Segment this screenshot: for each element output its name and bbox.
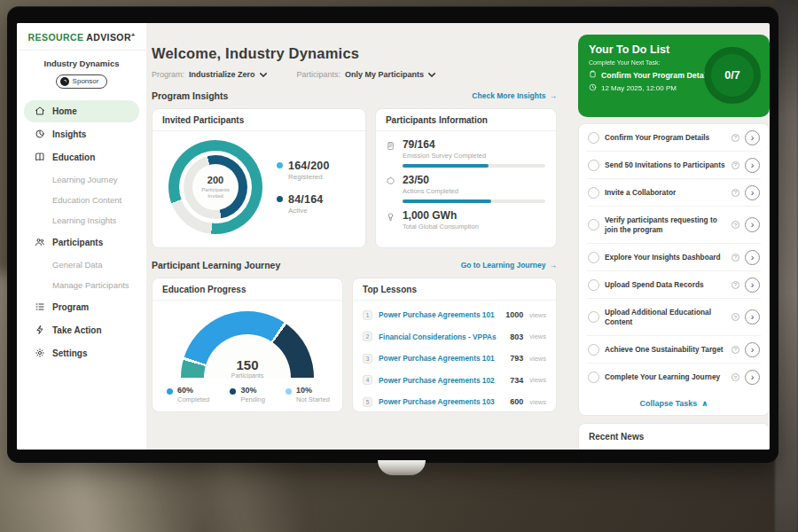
app-logo: RESOURCE ADVISOR+: [17, 31, 146, 51]
sidebar-item-take-action[interactable]: Take Action: [24, 319, 139, 341]
chevron-right-button[interactable]: ›: [745, 370, 760, 385]
todo-column: Your To Do List Complete Your Next Task:…: [560, 23, 770, 450]
sidebar-item-manage-participants[interactable]: Manage Participants: [24, 275, 139, 295]
legend-dot: [277, 162, 283, 168]
task-checkbox[interactable]: [588, 279, 599, 291]
program-insights-header: Program Insights Check More Insights →: [152, 90, 557, 101]
sidebar-nav: Home Insights Education Learning Journey…: [17, 98, 146, 367]
legend-dot: [230, 388, 236, 395]
help-icon[interactable]: ?: [732, 221, 739, 229]
sidebar-item-education-content[interactable]: Education Content: [24, 190, 139, 210]
main-content: Welcome, Industry Dynamics Program: Indu…: [146, 23, 560, 450]
task-checkbox[interactable]: [588, 132, 599, 144]
help-icon[interactable]: ?: [732, 313, 739, 321]
sidebar-item-program[interactable]: Program: [24, 296, 139, 318]
task-checkbox[interactable]: [588, 187, 599, 199]
sidebar: RESOURCE ADVISOR+ Industry Dynamics Spon…: [17, 23, 146, 450]
section-title: Program Insights: [152, 90, 228, 101]
task-checkbox[interactable]: [588, 160, 599, 171]
education-progress-card: Education Progress 150 Participants: [152, 278, 343, 412]
program-icon: [35, 301, 45, 312]
monitor-stand-notch: [378, 460, 426, 475]
participants-dropdown[interactable]: Participants: Only My Participants: [297, 70, 436, 79]
todo-summary-card: Your To Do List Complete Your Next Task:…: [578, 35, 770, 117]
task-checkbox[interactable]: [588, 372, 599, 383]
chevron-up-icon: ∧: [701, 399, 708, 408]
survey-icon: [385, 138, 396, 168]
learning-journey-header: Participant Learning Journey Go to Learn…: [152, 260, 557, 270]
learning-cards-row: Education Progress 150 Participants: [152, 278, 557, 412]
card-title: Top Lessons: [353, 278, 556, 301]
sidebar-item-home[interactable]: Home: [24, 100, 139, 122]
chevron-right-button[interactable]: ›: [745, 217, 760, 232]
task-row: Verify participants requesting to join t…: [587, 207, 761, 244]
task-checkbox[interactable]: [588, 252, 599, 263]
lesson-link[interactable]: Financial Considerations - VPPAs: [379, 332, 504, 341]
gauge-legend: 60% Completed 30% Pending: [153, 379, 342, 403]
chevron-right-button[interactable]: ›: [745, 185, 760, 200]
card-title: Education Progress: [153, 278, 342, 301]
gauge-total: 150: [181, 357, 314, 372]
sidebar-item-learning-journey[interactable]: Learning Journey: [24, 169, 139, 190]
home-icon: [35, 106, 45, 116]
org-name: Industry Dynamics: [17, 59, 146, 68]
task-row: Send 50 Invitations to Participants ? ›: [587, 152, 761, 179]
monitor-frame: RESOURCE ADVISOR+ Industry Dynamics Spon…: [7, 6, 778, 463]
program-dropdown[interactable]: Program: Industrialize Zero: [152, 70, 267, 79]
help-icon[interactable]: ?: [732, 161, 739, 169]
lesson-row: 1 Power Purchase Agreements 101 1000 vie…: [363, 304, 546, 326]
take-action-icon: [35, 325, 45, 335]
collapse-tasks-link[interactable]: Collapse Tasks ∧: [587, 391, 761, 415]
task-checkbox[interactable]: [588, 219, 599, 231]
todo-progress-ring: 0/7: [704, 47, 761, 104]
lesson-link[interactable]: Power Purchase Agreements 101: [379, 354, 504, 363]
chevron-down-icon: [260, 70, 267, 79]
sidebar-item-learning-insights[interactable]: Learning Insights: [24, 210, 139, 231]
education-progress-gauge: 150 Participants: [181, 311, 314, 379]
filters-row: Program: Industrialize Zero Participants…: [152, 70, 557, 79]
sidebar-item-participants[interactable]: Participants: [24, 231, 139, 254]
page-title: Welcome, Industry Dynamics: [152, 45, 557, 62]
task-checkbox[interactable]: [588, 311, 599, 323]
help-icon[interactable]: ?: [732, 373, 739, 381]
help-icon[interactable]: ?: [732, 281, 739, 289]
task-checkbox[interactable]: [588, 344, 599, 356]
lesson-link[interactable]: Power Purchase Agreements 103: [379, 397, 504, 406]
invited-donut-chart: 200 Participants Invited: [168, 140, 262, 234]
chevron-right-button[interactable]: ›: [745, 250, 760, 265]
legend-registered: 164/200 Registered: [277, 160, 330, 181]
task-row: Upload Spend Data Records ? ›: [587, 271, 761, 299]
arrow-right-icon: →: [550, 261, 558, 270]
chevron-right-button[interactable]: ›: [745, 158, 760, 173]
chevron-right-button[interactable]: ›: [745, 130, 760, 145]
stat-actions-completed: 23/50 Actions Completed: [385, 174, 545, 203]
help-icon[interactable]: ?: [732, 254, 739, 262]
lesson-row: 3 Power Purchase Agreements 101 793 view…: [363, 348, 546, 370]
legend-dot: [167, 388, 173, 395]
lesson-link[interactable]: Power Purchase Agreements 102: [379, 376, 504, 385]
legend-dot: [286, 388, 292, 395]
participants-icon: [35, 237, 45, 247]
sidebar-item-settings[interactable]: Settings: [24, 342, 139, 364]
sidebar-item-education[interactable]: Education: [24, 146, 139, 168]
clock-icon: [589, 83, 597, 93]
chevron-right-button[interactable]: ›: [745, 342, 760, 357]
education-icon: [35, 152, 45, 162]
chevron-right-button[interactable]: ›: [745, 309, 760, 325]
legend-pending: 30% Pending: [230, 386, 265, 403]
sidebar-item-insights[interactable]: Insights: [24, 123, 139, 145]
help-icon[interactable]: ?: [732, 134, 739, 142]
go-to-learning-journey-link[interactable]: Go to Learning Journey →: [461, 261, 557, 270]
sponsor-badge[interactable]: Sponsor: [56, 74, 108, 89]
check-more-insights-link[interactable]: Check More Insights →: [472, 91, 557, 100]
chevron-right-button[interactable]: ›: [745, 278, 760, 293]
recent-news-title: Recent News: [589, 432, 759, 442]
task-row: Upload Additional Educational Content ? …: [587, 299, 761, 336]
lesson-link[interactable]: Power Purchase Agreements 101: [379, 310, 499, 319]
recent-news-card: Recent News: [578, 423, 770, 450]
help-icon[interactable]: ?: [732, 346, 739, 354]
help-icon[interactable]: ?: [732, 189, 739, 197]
sidebar-item-general-data[interactable]: General Data: [24, 254, 139, 275]
insights-icon: [35, 129, 45, 139]
arrow-right-icon: →: [550, 91, 558, 100]
